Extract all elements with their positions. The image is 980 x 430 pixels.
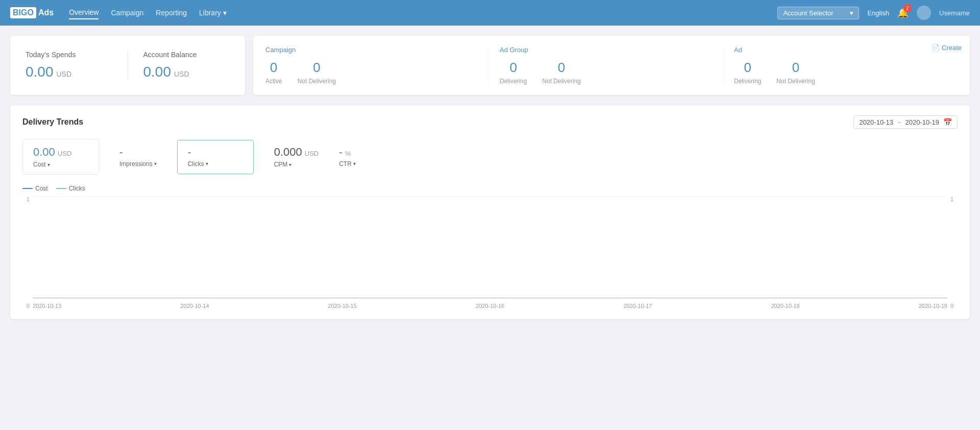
cost-value: 0.00 USD [33,146,88,159]
logo: BIGO Ads [10,7,54,18]
adgroup-notdelivering-label: Not Delivering [542,78,580,85]
account-balance-section: Account Balance 0.00 USD [143,51,230,80]
todays-spends-section: Today's Spends 0.00 USD [26,51,112,80]
chevron-down-icon: ▾ [223,9,227,17]
y-axis-left: 1 0 [22,196,33,309]
legend-cost: Cost [22,185,48,192]
username-label: Username [939,9,970,17]
ctr-value: - % [339,147,356,158]
adgroup-delivering-stat: 0 Delivering [500,60,527,85]
spends-divider [128,50,128,81]
impressions-label: Impressions ▾ [119,160,157,168]
account-selector-label: Account Selector [783,9,833,17]
clicks-legend-line [56,188,66,189]
trends-title: Delivery Trends [22,117,83,127]
account-balance-value: 0.00 USD [143,64,230,80]
campaign-active-stat: 0 Active [265,60,282,85]
chevron-down-icon: ▾ [850,9,853,17]
ad-stats-numbers: 0 Delivering 0 Not Delivering [734,60,947,85]
main-content: Today's Spends 0.00 USD Account Balance … [0,26,980,329]
chart-svg [33,196,947,298]
language-button[interactable]: English [867,9,889,17]
ad-delivering-label: Delivering [734,78,761,85]
cpm-value: 0.000 USD [274,146,319,159]
adgroup-notdelivering-stat: 0 Not Delivering [542,60,580,85]
cost-legend-line [22,188,33,189]
account-balance-unit: USD [174,70,189,78]
adgroup-notdelivering-count: 0 [542,60,580,76]
ctr-label: CTR ▾ [339,160,356,168]
metric-impressions[interactable]: - Impressions ▾ [119,140,157,174]
chevron-down-icon: ▾ [154,161,157,166]
campaign-notdelivering-stat: 0 Not Delivering [298,60,336,85]
x-label-4: 2020-10-17 [623,303,652,309]
metric-clicks[interactable]: - Clicks ▾ [177,140,254,174]
ad-notdelivering-stat: 0 Not Delivering [776,60,815,85]
clicks-label: Clicks ▾ [188,160,243,168]
campaign-stats-section: Campaign 0 Active 0 Not Delivering [265,46,489,85]
todays-spends-unit: USD [57,70,72,78]
delivery-trends-card: Delivery Trends 2020-10-13 ~ 2020-10-19 … [10,105,970,319]
impressions-value: - [119,147,157,158]
adgroup-section-title: Ad Group [500,46,713,54]
campaign-notdelivering-count: 0 [298,60,336,76]
date-to: 2020-10-19 [905,118,940,126]
avatar[interactable] [917,6,931,20]
chart-container: 1 0 2020-10-13 2020-10-14 2020-10-15 [22,196,958,309]
chevron-down-icon: ▾ [206,161,208,166]
x-label-5: 2020-10-18 [771,303,799,309]
chevron-down-icon: ▾ [289,162,291,168]
adgroup-delivering-count: 0 [500,60,527,76]
x-label-1: 2020-10-14 [180,303,209,309]
campaign-active-label: Active [265,78,282,85]
date-separator: ~ [897,118,901,126]
x-label-3: 2020-10-16 [476,303,504,309]
create-icon: 📄 [932,44,940,52]
account-selector[interactable]: Account Selector ▾ [777,7,859,19]
date-range-picker[interactable]: 2020-10-13 ~ 2020-10-19 📅 [853,115,958,129]
nav-item-campaign[interactable]: Campaign [111,6,143,19]
x-label-6: 2020-10-19 [919,303,947,309]
adgroup-delivering-label: Delivering [500,78,527,85]
trends-header: Delivery Trends 2020-10-13 ~ 2020-10-19 … [22,115,958,129]
clicks-legend-label: Clicks [69,185,85,192]
ad-notdelivering-count: 0 [776,60,815,76]
logo-ads-text: Ads [38,8,54,17]
ad-stats-section: Ad 0 Delivering 0 Not Delivering [724,46,958,85]
nav-item-reporting[interactable]: Reporting [156,6,187,19]
stats-sections: Campaign 0 Active 0 Not Delivering [265,46,958,85]
y-axis-right: 1 0 [947,196,958,309]
adgroup-stats-numbers: 0 Delivering 0 Not Delivering [500,60,713,85]
notification-badge: 2 [903,4,912,12]
metric-cpm[interactable]: 0.000 USD CPM ▾ [274,139,319,174]
notification-button[interactable]: 🔔 2 [897,7,909,18]
chevron-down-icon: ▾ [47,162,50,168]
todays-spends-label: Today's Spends [26,51,112,59]
top-row: Today's Spends 0.00 USD Account Balance … [10,36,970,95]
x-label-0: 2020-10-13 [33,303,61,309]
x-label-2: 2020-10-15 [328,303,357,309]
nav-item-overview[interactable]: Overview [69,6,99,19]
cost-legend-label: Cost [35,185,48,192]
ad-notdelivering-label: Not Delivering [776,78,815,85]
campaign-notdelivering-label: Not Delivering [298,78,336,85]
todays-spends-value: 0.00 USD [26,64,112,80]
date-from: 2020-10-13 [859,118,893,126]
ad-section-title: Ad [734,46,947,54]
cpm-label: CPM ▾ [274,161,319,168]
nav-item-library[interactable]: Library ▾ [199,6,227,19]
create-button[interactable]: 📄 Create [932,44,962,52]
ad-delivering-count: 0 [734,60,761,76]
metric-ctr[interactable]: - % CTR ▾ [339,140,356,174]
campaign-stats-numbers: 0 Active 0 Not Delivering [265,60,479,85]
logo-bigo-text: BIGO [10,7,36,18]
header: BIGO Ads Overview Campaign Reporting Lib… [0,0,980,26]
metric-cost[interactable]: 0.00 USD Cost ▾ [22,139,99,175]
campaign-active-count: 0 [265,60,282,76]
campaign-section-title: Campaign [265,46,479,54]
calendar-icon: 📅 [943,118,952,126]
cost-label: Cost ▾ [33,161,88,168]
account-balance-label: Account Balance [143,51,230,59]
x-axis-labels: 2020-10-13 2020-10-14 2020-10-15 2020-10… [33,303,947,309]
stats-card: 📄 Create Campaign 0 Active 0 Not Deliver… [253,36,970,95]
